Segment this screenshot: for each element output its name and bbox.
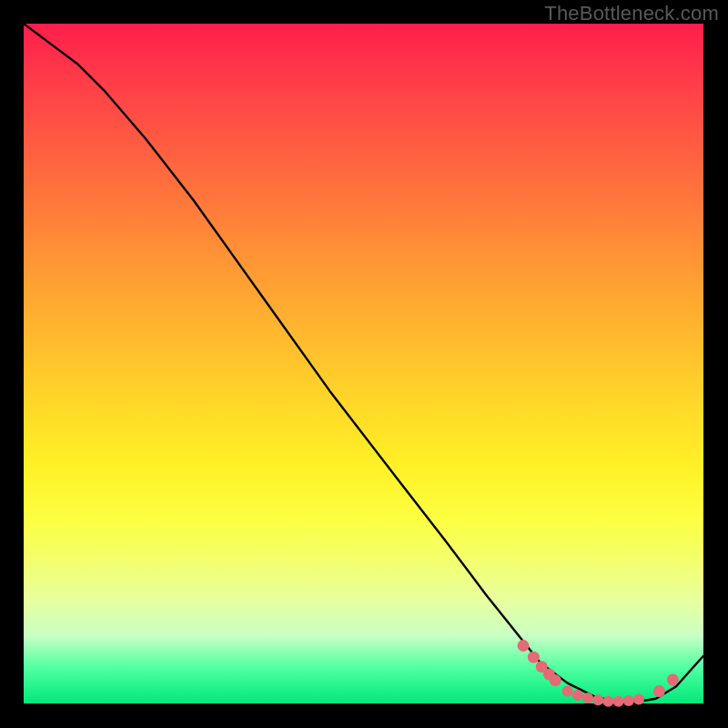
data-dot: [518, 640, 530, 652]
data-dots: [518, 640, 679, 707]
data-dot: [653, 685, 665, 697]
data-dot: [623, 695, 634, 706]
data-dot: [592, 694, 603, 705]
data-dot: [613, 696, 624, 707]
data-dot: [550, 674, 561, 686]
watermark-label: TheBottleneck.com: [544, 2, 719, 25]
data-dot: [562, 686, 573, 697]
data-dot: [528, 652, 540, 663]
chart-svg: [24, 24, 703, 703]
data-dot: [667, 673, 679, 685]
bottleneck-curve: [24, 24, 703, 703]
data-dot: [582, 693, 593, 703]
chart-frame: TheBottleneck.com: [0, 0, 728, 728]
data-dot: [602, 696, 613, 707]
plot-area: [24, 24, 703, 703]
data-dot: [633, 694, 644, 705]
data-dot: [572, 690, 583, 701]
